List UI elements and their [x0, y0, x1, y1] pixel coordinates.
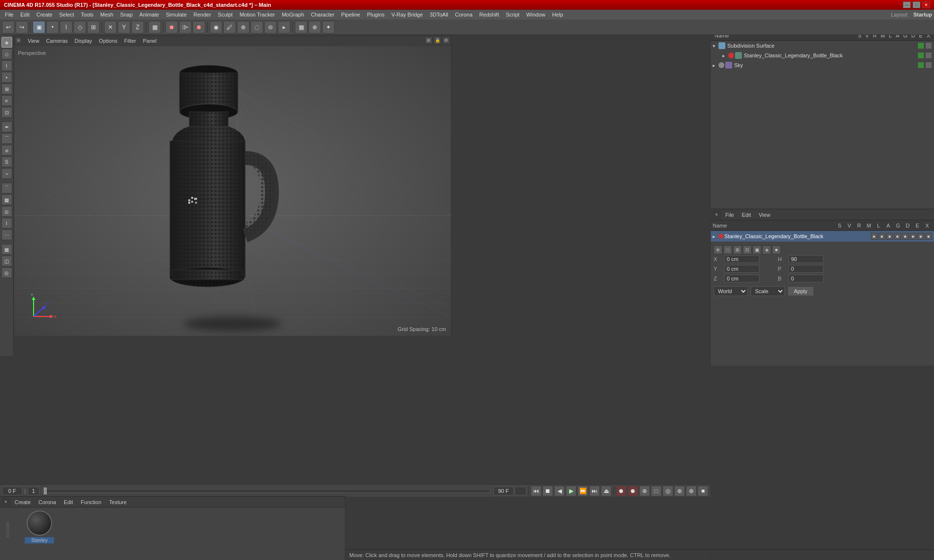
record-button[interactable]: ⏏: [601, 486, 611, 496]
play-forward-button[interactable]: ⏩: [577, 486, 588, 496]
menu-character[interactable]: Character: [308, 11, 337, 18]
mat-toolbar-function[interactable]: Function: [78, 499, 104, 506]
coord-z-pos[interactable]: [724, 275, 759, 282]
menu-render[interactable]: Render: [191, 11, 214, 18]
attr-icon-7[interactable]: ■: [917, 233, 924, 240]
scale-tool-button[interactable]: Y: [118, 21, 130, 34]
key-button[interactable]: ⌱: [179, 21, 192, 34]
timeline-slider[interactable]: [42, 489, 490, 493]
end-frame-field[interactable]: [493, 487, 514, 495]
attr-toolbar-file[interactable]: File: [722, 211, 737, 218]
sky-vis-green[interactable]: [917, 62, 924, 69]
tool-uv[interactable]: ⊞: [1, 84, 12, 94]
attr-selected-object-row[interactable]: ▸ Stanley_Classic_Legendary_Bottle_Black…: [711, 231, 934, 242]
attr-icon-5[interactable]: ■: [902, 233, 909, 240]
ghost-button[interactable]: ◎: [663, 486, 673, 496]
obj-subdivision-surface[interactable]: ▾ Subdivision Surface: [711, 41, 934, 51]
menu-help[interactable]: Help: [549, 11, 566, 18]
vp-fullscreen-icon[interactable]: ⊞: [425, 36, 432, 44]
apply-button[interactable]: Apply: [788, 286, 814, 296]
edge-mode-button[interactable]: ⌇: [60, 21, 72, 34]
attr-collapse[interactable]: ≡: [713, 211, 720, 219]
goto-start-button[interactable]: ⏮: [531, 486, 541, 496]
tool-bend[interactable]: ⌒: [1, 183, 12, 193]
obj-expand-subdiv[interactable]: ▾: [713, 43, 718, 49]
vp-expand-icon[interactable]: ≡: [15, 37, 22, 44]
tool-polygon[interactable]: ◇: [1, 49, 12, 59]
tool-layer[interactable]: ≡: [1, 95, 12, 106]
attr-icon-4[interactable]: ■: [894, 233, 901, 240]
play-reverse-button[interactable]: ◀: [554, 486, 565, 496]
undo-button[interactable]: ↩: [2, 21, 15, 34]
scene-3d[interactable]: X Y Z: [14, 46, 451, 336]
subdiv-vis-gray[interactable]: [925, 42, 932, 49]
menu-plugins[interactable]: Plugins: [364, 11, 387, 18]
maximize-button[interactable]: □: [913, 1, 920, 8]
menu-motion-tracker[interactable]: Motion Tracker: [236, 11, 278, 18]
snap-icon-4[interactable]: ⊡: [743, 245, 752, 254]
mat-collapse[interactable]: ≡: [2, 498, 10, 506]
mat-toolbar-corona[interactable]: Corona: [36, 499, 59, 506]
menu-mesh[interactable]: Mesh: [97, 11, 116, 18]
fps-field[interactable]: [28, 487, 39, 495]
vp-menu-view[interactable]: View: [25, 37, 42, 45]
camera-button[interactable]: ◉: [210, 21, 222, 34]
render-button[interactable]: ▸: [278, 21, 290, 34]
tool-twist[interactable]: ⌀: [1, 145, 12, 156]
tool-volume[interactable]: ◎: [1, 206, 12, 217]
tool-sweep[interactable]: ⌒: [1, 133, 12, 144]
tool-paint1[interactable]: ▦: [1, 244, 12, 255]
snap-icon-7[interactable]: ■: [772, 245, 781, 254]
tool-edge[interactable]: ⌇: [1, 60, 12, 71]
vp-menu-options[interactable]: Options: [96, 37, 120, 45]
mat-toolbar-texture[interactable]: Texture: [106, 499, 129, 506]
move-tool-button[interactable]: ✕: [104, 21, 117, 34]
coord-x-pos[interactable]: [724, 255, 759, 263]
polygon-mode-button[interactable]: ◇: [73, 21, 86, 34]
goto-end-button[interactable]: ⏭: [589, 486, 600, 496]
menu-window[interactable]: Window: [523, 11, 548, 18]
menu-select[interactable]: Select: [56, 11, 77, 18]
tool-pen[interactable]: ✒: [1, 122, 12, 132]
select-tool-button[interactable]: ▦: [148, 21, 161, 34]
menu-pipeline[interactable]: Pipeline: [338, 11, 363, 18]
close-button[interactable]: ✕: [922, 1, 930, 8]
vp-menu-panel[interactable]: Panel: [140, 37, 160, 45]
menu-file[interactable]: File: [2, 11, 17, 18]
tool-spline[interactable]: S: [1, 157, 12, 167]
bottle-vis-green[interactable]: [917, 52, 924, 59]
menu-mograph[interactable]: MoGraph: [279, 11, 307, 18]
play-button[interactable]: ▶: [566, 486, 576, 496]
tool-structure[interactable]: ⊡: [1, 107, 12, 118]
step-back-button[interactable]: ⏹: [542, 486, 553, 496]
render-btn-2[interactable]: ⊕: [686, 486, 697, 496]
uv-mode-button[interactable]: ⊞: [87, 21, 100, 34]
sculpt-button[interactable]: ⊕: [237, 21, 250, 34]
point-mode-button[interactable]: •: [46, 21, 59, 34]
menu-script[interactable]: Script: [503, 11, 522, 18]
snap-button[interactable]: □: [651, 486, 662, 496]
bounce-button[interactable]: ⏺: [628, 486, 638, 496]
attr-toolbar-view[interactable]: View: [756, 211, 773, 218]
mat-toolbar-create[interactable]: Create: [12, 499, 34, 506]
coord-h-val[interactable]: [789, 255, 824, 263]
fx-button[interactable]: ✦: [322, 21, 335, 34]
menu-edit[interactable]: Edit: [18, 11, 33, 18]
attr-icon-8[interactable]: ■: [925, 233, 932, 240]
tool-paint3[interactable]: ◎: [1, 267, 12, 278]
snap-icon-5[interactable]: ▣: [753, 245, 761, 254]
record-button[interactable]: ⏺: [165, 21, 178, 34]
snap-icon-1[interactable]: ⊕: [714, 245, 722, 254]
vp-settings-icon[interactable]: ⚙: [442, 36, 450, 44]
attr-icon-2[interactable]: ■: [879, 233, 885, 240]
snap-icon-3[interactable]: ⊞: [733, 245, 742, 254]
snap-icon-2[interactable]: □: [723, 245, 732, 254]
menu-3dtoall[interactable]: 3DToAll: [427, 11, 451, 18]
fps-value-field[interactable]: [515, 487, 526, 495]
tool-paint2[interactable]: ◫: [1, 256, 12, 266]
grid-button[interactable]: ▦: [295, 21, 307, 34]
coord-scale-dropdown[interactable]: Scale: [751, 286, 785, 296]
menu-tools[interactable]: Tools: [78, 11, 96, 18]
motion-blur-button[interactable]: ⊕: [674, 486, 685, 496]
timeline-playhead[interactable]: [44, 488, 47, 494]
